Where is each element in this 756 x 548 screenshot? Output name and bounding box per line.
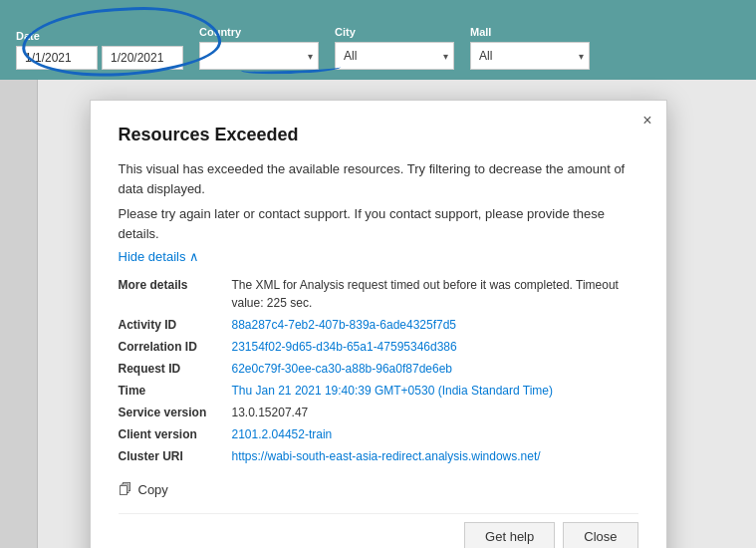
mall-label: Mall [470, 26, 590, 38]
detail-row-correlation: Correlation ID 23154f02-9d65-d34b-65a1-4… [119, 338, 638, 356]
time-value: Thu Jan 21 2021 19:40:39 GMT+0530 (India… [232, 382, 554, 400]
detail-row-request: Request ID 62e0c79f-30ee-ca30-a88b-96a0f… [119, 360, 638, 378]
activity-id-label: Activity ID [119, 316, 228, 334]
copy-icon: 🗍 [119, 481, 132, 497]
city-filter-group: City All ▾ [335, 26, 454, 70]
mall-select[interactable]: All [470, 42, 590, 70]
city-select-wrap: All ▾ [335, 42, 454, 70]
mall-filter-group: Mall All ▾ [470, 26, 590, 70]
hide-details-toggle[interactable]: Hide details ∧ [119, 249, 638, 264]
client-version-value: 2101.2.04452-train [232, 425, 333, 443]
close-icon[interactable]: × [642, 113, 651, 129]
main-area: × Resources Exceeded This visual has exc… [0, 80, 756, 548]
date-filter-group: Date [16, 30, 183, 70]
country-select[interactable] [199, 42, 319, 70]
date-inputs [16, 46, 183, 70]
modal-title: Resources Exceeded [119, 125, 638, 145]
cluster-uri-value: https://wabi-south-east-asia-redirect.an… [232, 447, 541, 465]
more-details-label: More details [119, 276, 228, 312]
cluster-uri-label: Cluster URI [119, 447, 228, 465]
detail-row-cluster-uri: Cluster URI https://wabi-south-east-asia… [119, 447, 638, 465]
close-button[interactable]: Close [563, 522, 637, 548]
more-details-value: The XML for Analysis request timed out b… [232, 276, 638, 312]
service-version-label: Service version [119, 404, 228, 421]
client-version-label: Client version [119, 425, 228, 443]
time-label: Time [119, 382, 228, 400]
mall-select-wrap: All ▾ [470, 42, 590, 70]
copy-row[interactable]: 🗍 Copy [119, 481, 638, 497]
detail-row-time: Time Thu Jan 21 2021 19:40:39 GMT+0530 (… [119, 382, 638, 400]
detail-row-service-version: Service version 13.0.15207.47 [119, 404, 638, 421]
detail-row-more: More details The XML for Analysis reques… [119, 276, 638, 312]
correlation-id-value: 23154f02-9d65-d34b-65a1-47595346d386 [232, 338, 457, 356]
chevron-up-icon: ∧ [189, 249, 199, 264]
date-to-input[interactable] [102, 46, 183, 70]
get-help-button[interactable]: Get help [464, 522, 555, 548]
date-from-input[interactable] [16, 46, 98, 70]
modal-footer: Get help Close [119, 513, 638, 548]
resources-exceeded-dialog: × Resources Exceeded This visual has exc… [90, 100, 667, 548]
service-version-value: 13.0.15207.47 [232, 404, 309, 421]
country-label: Country [199, 26, 319, 38]
country-select-wrap: ▾ [199, 42, 319, 70]
correlation-id-label: Correlation ID [119, 338, 228, 356]
city-select[interactable]: All [335, 42, 454, 70]
activity-id-value: 88a287c4-7eb2-407b-839a-6ade4325f7d5 [232, 316, 457, 334]
request-id-value: 62e0c79f-30ee-ca30-a88b-96a0f87de6eb [232, 360, 453, 378]
date-label: Date [16, 30, 183, 42]
modal-desc-1: This visual has exceeded the available r… [119, 159, 638, 198]
copy-label: Copy [138, 482, 168, 497]
details-section: More details The XML for Analysis reques… [119, 276, 638, 465]
modal-desc-2: Please try again later or contact suppor… [119, 204, 638, 243]
city-label: City [335, 26, 454, 38]
modal-overlay: × Resources Exceeded This visual has exc… [0, 80, 756, 548]
country-filter-group: Country ▾ [199, 26, 319, 70]
filter-bar: Date Country ▾ City All ▾ Mall All [0, 0, 756, 80]
request-id-label: Request ID [119, 360, 228, 378]
detail-row-client-version: Client version 2101.2.04452-train [119, 425, 638, 443]
detail-row-activity: Activity ID 88a287c4-7eb2-407b-839a-6ade… [119, 316, 638, 334]
